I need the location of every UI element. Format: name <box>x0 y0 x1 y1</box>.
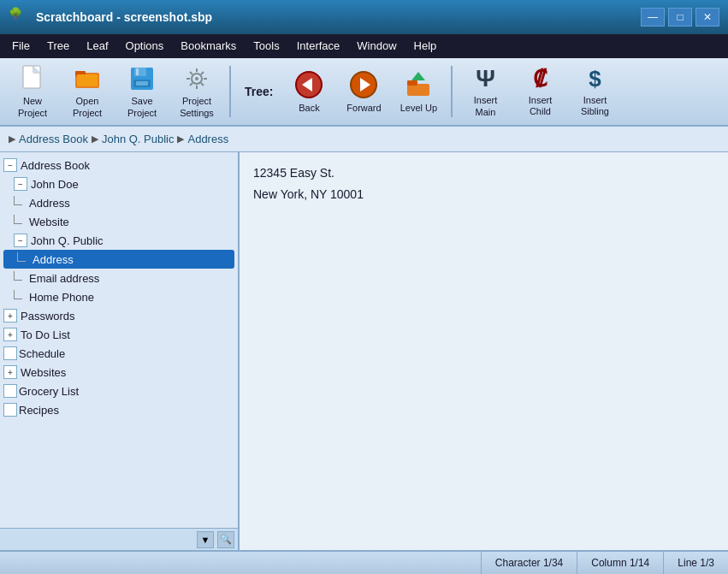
label-address-book: Address Book <box>21 159 90 172</box>
label-home-phone: Home Phone <box>29 291 94 304</box>
expander-john-q-public[interactable]: − <box>14 234 27 247</box>
svg-rect-0 <box>23 66 40 88</box>
tree-item-john-q-public[interactable]: − John Q. Public <box>0 231 238 250</box>
menu-help[interactable]: Help <box>405 36 446 57</box>
tree-item-john-doe-website[interactable]: Website <box>0 212 238 231</box>
tree-dropdown-button[interactable]: ▼ <box>197 531 214 548</box>
breadcrumb-address-book[interactable]: Address Book <box>19 133 88 145</box>
tree-item-todo[interactable]: + To Do List <box>0 325 238 344</box>
close-button[interactable]: ✕ <box>695 8 719 27</box>
label-address-selected: Address <box>33 253 74 266</box>
expander-todo[interactable]: + <box>3 328 17 341</box>
open-project-label: OpenProject <box>73 96 102 118</box>
insert-main-button[interactable]: Ψ InsertMain <box>459 62 511 121</box>
insert-sibling-label: InsertSibling <box>581 95 609 117</box>
svg-line-17 <box>201 83 204 86</box>
menu-leaf[interactable]: Leaf <box>78 36 116 57</box>
tree-item-recipes[interactable]: Recipes <box>0 400 238 419</box>
tree-item-email-address[interactable]: Email address <box>0 269 238 287</box>
project-settings-button[interactable]: ProjectSettings <box>171 62 222 121</box>
menu-interface[interactable]: Interface <box>288 36 349 57</box>
svg-line-16 <box>190 72 192 74</box>
tree-item-john-doe[interactable]: − John Doe <box>0 175 238 193</box>
tree-line-3 <box>17 252 26 262</box>
new-project-label: NewProject <box>18 96 47 118</box>
toolbar: NewProject OpenProject SaveProject <box>0 58 728 127</box>
menu-window[interactable]: Window <box>348 36 405 57</box>
content-line-1: 12345 Easy St. <box>253 163 714 184</box>
insert-child-label: InsertChild <box>529 95 553 117</box>
open-project-icon <box>72 64 103 93</box>
new-project-button[interactable]: NewProject <box>7 62 58 121</box>
insert-child-icon: ₡ <box>524 66 555 92</box>
svg-marker-28 <box>411 72 425 80</box>
main-area: − Address Book − John Doe Address <box>0 152 728 550</box>
label-passwords: Passwords <box>21 310 75 323</box>
level-up-button[interactable]: Level Up <box>393 62 444 121</box>
title-bar: 🌳 Scratchboard - screenshot.sbp — □ ✕ <box>0 0 728 34</box>
expander-recipes <box>3 403 17 417</box>
svg-line-18 <box>201 72 204 74</box>
tree-item-grocery-list[interactable]: Grocery List <box>0 382 238 400</box>
tree-line-2 <box>14 215 22 224</box>
tree-line-4 <box>14 271 22 281</box>
svg-rect-26 <box>407 84 429 96</box>
breadcrumb: ▶ Address Book ▶ John Q. Public ▶ Addres… <box>0 127 728 152</box>
menu-options[interactable]: Options <box>117 36 173 57</box>
tree-item-address-book[interactable]: − Address Book <box>0 156 238 175</box>
insert-sibling-button[interactable]: $ InsertSibling <box>569 62 620 121</box>
status-line: Line 1/3 <box>664 552 728 574</box>
breadcrumb-address[interactable]: Address <box>187 133 228 145</box>
tree-item-schedule[interactable]: Schedule <box>0 344 238 363</box>
forward-button[interactable]: Forward <box>338 62 389 121</box>
breadcrumb-arrow-1: ▶ <box>92 133 98 145</box>
tree-item-passwords[interactable]: + Passwords <box>0 306 238 325</box>
expander-schedule <box>3 346 17 360</box>
tree-search-button[interactable]: 🔍 <box>217 531 234 548</box>
expander-john-doe[interactable]: − <box>14 177 27 191</box>
insert-child-button[interactable]: ₡ InsertChild <box>514 62 565 121</box>
minimize-button[interactable]: — <box>641 8 665 27</box>
tree-item-john-doe-address[interactable]: Address <box>0 193 238 212</box>
insert-main-label: InsertMain <box>474 95 498 117</box>
tree-panel: − Address Book − John Doe Address <box>0 152 240 550</box>
tree-scroll[interactable]: − Address Book − John Doe Address <box>0 152 238 528</box>
breadcrumb-john-q-public[interactable]: John Q. Public <box>102 133 175 145</box>
tree-item-address-selected[interactable]: Address <box>3 250 234 269</box>
tree-item-home-phone[interactable]: Home Phone <box>0 287 238 306</box>
expander-websites[interactable]: + <box>3 365 17 379</box>
menu-file[interactable]: File <box>3 36 38 57</box>
expander-address-book[interactable]: − <box>3 158 17 172</box>
insert-sibling-icon: $ <box>579 66 610 92</box>
content-line-2: New York, NY 10001 <box>253 184 714 205</box>
expander-grocery <box>3 384 17 398</box>
save-project-icon <box>127 64 157 93</box>
forward-label: Forward <box>346 103 381 114</box>
back-button[interactable]: Back <box>283 62 334 121</box>
breadcrumb-expand-arrow[interactable]: ▶ <box>9 133 15 145</box>
level-up-icon <box>403 69 434 100</box>
content-panel[interactable]: 12345 Easy St. New York, NY 10001 <box>240 152 728 550</box>
save-project-button[interactable]: SaveProject <box>116 62 168 121</box>
svg-rect-7 <box>136 68 139 75</box>
menu-tree[interactable]: Tree <box>38 36 78 57</box>
toolbar-separator-1 <box>229 66 231 117</box>
label-recipes: Recipes <box>19 404 59 417</box>
label-schedule: Schedule <box>19 347 65 360</box>
label-email-address: Email address <box>29 272 99 285</box>
open-project-button[interactable]: OpenProject <box>62 62 113 121</box>
save-project-label: SaveProject <box>127 96 157 118</box>
expander-passwords[interactable]: + <box>3 309 17 323</box>
maximize-button[interactable]: □ <box>668 8 692 27</box>
status-bar: Character 1/34 Column 1/14 Line 1/3 <box>0 550 728 574</box>
tree-item-websites[interactable]: + Websites <box>0 363 238 382</box>
back-icon <box>293 69 324 100</box>
status-column: Column 1/14 <box>577 552 664 574</box>
menu-tools[interactable]: Tools <box>245 36 287 57</box>
menu-bookmarks[interactable]: Bookmarks <box>172 36 245 57</box>
svg-rect-9 <box>136 81 148 86</box>
svg-point-11 <box>195 77 198 80</box>
label-todo: To Do List <box>21 328 70 341</box>
app-icon: 🌳 <box>9 7 29 27</box>
svg-line-19 <box>190 83 192 86</box>
